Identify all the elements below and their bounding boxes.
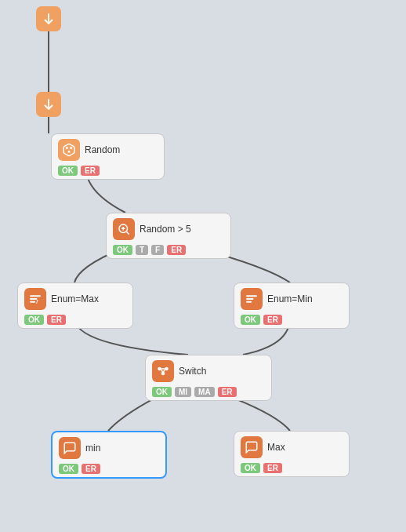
min-icon <box>59 437 81 459</box>
port-ok-max[interactable]: OK <box>241 463 260 473</box>
enummax-node-title: Enum=Max <box>51 293 99 304</box>
enummin-node-header: Enum=Min <box>241 288 343 310</box>
min-node-title: min <box>85 443 100 454</box>
random5-node-ports: OK T F ER <box>113 245 224 255</box>
port-f[interactable]: F <box>151 245 164 255</box>
port-er[interactable]: ER <box>81 166 100 176</box>
random-icon <box>58 139 80 161</box>
random-node[interactable]: Random OK ER <box>51 133 165 180</box>
svg-point-6 <box>158 368 161 370</box>
svg-point-1 <box>67 148 68 149</box>
port-ok-em[interactable]: OK <box>24 315 44 325</box>
port-ok-r5[interactable]: OK <box>113 245 132 255</box>
random-node-ports: OK ER <box>58 166 158 176</box>
switch-node-ports: OK MI MA ER <box>152 387 265 397</box>
port-er-r5[interactable]: ER <box>167 245 186 255</box>
svg-point-7 <box>165 368 168 370</box>
port-ma[interactable]: MA <box>194 387 215 397</box>
random5-node-header: Random > 5 <box>113 218 224 240</box>
svg-text:ƒ: ƒ <box>36 299 39 304</box>
port-t[interactable]: T <box>136 245 148 255</box>
enummax-node-header: ƒ Enum=Max <box>24 288 126 310</box>
switch-icon <box>152 360 174 382</box>
enummin-node-ports: OK ER <box>241 315 343 325</box>
min-node-header: min <box>59 437 159 459</box>
max-node-title: Max <box>267 442 285 453</box>
max-icon <box>241 436 263 458</box>
enummax-node[interactable]: ƒ Enum=Max OK ER <box>17 282 133 329</box>
random5-node-title: Random > 5 <box>140 224 191 235</box>
port-er-em[interactable]: ER <box>47 315 66 325</box>
svg-point-3 <box>68 151 70 153</box>
random5-node[interactable]: Random > 5 OK T F ER <box>106 213 231 259</box>
min-node-ports: OK ER <box>59 464 159 474</box>
enummin-node-title: Enum=Min <box>267 293 313 304</box>
svg-point-8 <box>162 373 165 375</box>
port-er-emin[interactable]: ER <box>263 315 282 325</box>
max-node[interactable]: Max OK ER <box>234 431 350 477</box>
port-ok-sw[interactable]: OK <box>152 387 172 397</box>
enummin-node[interactable]: Enum=Min OK ER <box>234 282 350 329</box>
connector-second[interactable] <box>36 92 61 117</box>
port-ok[interactable]: OK <box>58 166 78 176</box>
port-er-sw[interactable]: ER <box>218 387 237 397</box>
random-node-header: Random <box>58 139 158 161</box>
arrow-down-icon <box>42 12 56 26</box>
switch-node-title: Switch <box>179 366 206 377</box>
max-node-ports: OK ER <box>241 463 343 473</box>
min-node[interactable]: min OK ER <box>51 431 167 479</box>
enummax-icon: ƒ <box>24 288 46 310</box>
connector-top[interactable] <box>36 6 61 31</box>
port-ok-emin[interactable]: OK <box>241 315 260 325</box>
port-er-max[interactable]: ER <box>263 463 282 473</box>
port-ok-min[interactable]: OK <box>59 464 78 474</box>
random5-icon <box>113 218 135 240</box>
random-node-title: Random <box>85 144 120 155</box>
switch-node-header: Switch <box>152 360 265 382</box>
enummax-node-ports: OK ER <box>24 315 126 325</box>
arrow-down-icon-2 <box>42 97 56 111</box>
enummin-icon <box>241 288 263 310</box>
port-er-min[interactable]: ER <box>82 464 100 474</box>
switch-node[interactable]: Switch OK MI MA ER <box>145 355 272 401</box>
port-mi[interactable]: MI <box>175 387 191 397</box>
svg-point-2 <box>71 148 72 149</box>
max-node-header: Max <box>241 436 343 458</box>
